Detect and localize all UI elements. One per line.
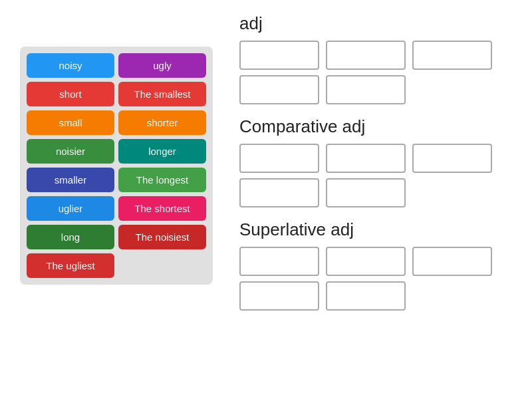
drop-row-2-1 bbox=[239, 281, 519, 311]
tile-uglier[interactable]: uglier bbox=[27, 196, 114, 221]
section-title-2: Superlative adj bbox=[239, 219, 519, 240]
tile-the-noisiest[interactable]: The noisiest bbox=[118, 225, 206, 249]
tile-the-ugliest[interactable]: The ugliest bbox=[27, 253, 114, 278]
drop-box-0-0-2[interactable] bbox=[412, 41, 492, 70]
tile-small[interactable]: small bbox=[27, 110, 114, 135]
drop-box-0-0-0[interactable] bbox=[239, 41, 319, 70]
tile-the-smallest[interactable]: The smallest bbox=[118, 82, 206, 106]
drop-box-1-0-1[interactable] bbox=[326, 144, 406, 173]
tile-longer[interactable]: longer bbox=[118, 139, 206, 164]
tile-noisier[interactable]: noisier bbox=[27, 139, 114, 164]
drop-box-0-1-1[interactable] bbox=[326, 75, 406, 104]
drop-box-0-0-1[interactable] bbox=[326, 41, 406, 70]
drop-box-1-1-1[interactable] bbox=[326, 178, 406, 207]
section-title-1: Comparative adj bbox=[239, 116, 519, 137]
tile-long[interactable]: long bbox=[27, 225, 114, 249]
tile-shorter[interactable]: shorter bbox=[118, 110, 206, 135]
drop-zones-panel: adjComparative adjSuperlative adj bbox=[239, 13, 519, 316]
drop-box-0-1-0[interactable] bbox=[239, 75, 319, 104]
tile-short[interactable]: short bbox=[27, 82, 114, 106]
drop-box-1-1-0[interactable] bbox=[239, 178, 319, 207]
drop-box-2-0-2[interactable] bbox=[412, 247, 492, 276]
drop-row-0-0 bbox=[239, 41, 519, 70]
drop-row-1-0 bbox=[239, 144, 519, 173]
drop-row-1-1 bbox=[239, 178, 519, 207]
tile-the-shortest[interactable]: The shortest bbox=[118, 196, 206, 221]
word-tiles-panel: noisyuglyshortThe smallestsmallshorterno… bbox=[20, 47, 213, 285]
tile-smaller[interactable]: smaller bbox=[27, 168, 114, 192]
drop-box-1-0-0[interactable] bbox=[239, 144, 319, 173]
drop-box-2-1-0[interactable] bbox=[239, 281, 319, 311]
drop-box-1-0-2[interactable] bbox=[412, 144, 492, 173]
tile-noisy[interactable]: noisy bbox=[27, 53, 114, 78]
drop-box-2-0-0[interactable] bbox=[239, 247, 319, 276]
tile-ugly[interactable]: ugly bbox=[118, 53, 206, 78]
drop-box-2-1-1[interactable] bbox=[326, 281, 406, 311]
drop-row-2-0 bbox=[239, 247, 519, 276]
tile-the-longest[interactable]: The longest bbox=[118, 168, 206, 192]
drop-row-0-1 bbox=[239, 75, 519, 104]
drop-box-2-0-1[interactable] bbox=[326, 247, 406, 276]
section-title-0: adj bbox=[239, 13, 519, 34]
